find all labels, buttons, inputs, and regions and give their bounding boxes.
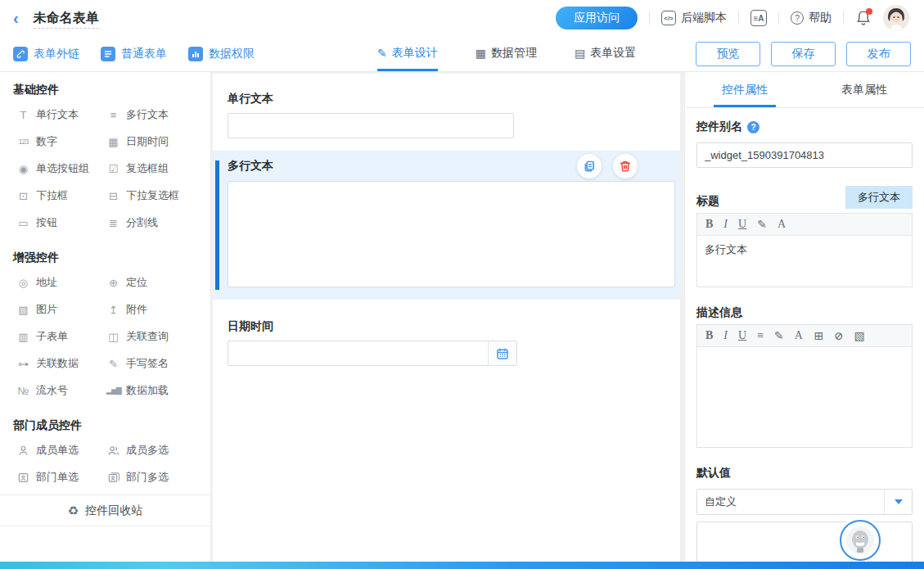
align-icon[interactable]: ≡ bbox=[757, 329, 764, 342]
back-icon[interactable]: ‹ bbox=[13, 10, 19, 26]
default-value-section-label: 默认值 bbox=[696, 466, 913, 481]
save-button[interactable]: 保存 bbox=[771, 42, 836, 66]
form-card: 单行文本 多行文本 bbox=[213, 74, 680, 562]
widget-select[interactable]: ⊡下拉框 bbox=[16, 188, 106, 203]
datetime-input-group bbox=[228, 341, 517, 366]
attachment-icon: ↥ bbox=[106, 304, 120, 316]
calendar-button[interactable] bbox=[488, 341, 516, 365]
assistant-robot-icon[interactable] bbox=[840, 520, 881, 561]
widget-number[interactable]: 123数字 bbox=[16, 134, 106, 149]
toolbar-item-data-permission[interactable]: 数据权限 bbox=[188, 47, 255, 61]
subform-icon: ▥ bbox=[16, 331, 30, 343]
field-multi-line-text-selected[interactable]: 多行文本 bbox=[213, 151, 680, 300]
publish-button[interactable]: 发布 bbox=[846, 42, 911, 66]
trash-icon bbox=[619, 160, 632, 173]
insert-image-icon[interactable]: ▧ bbox=[854, 329, 864, 343]
widget-serial-number[interactable]: №流水号 bbox=[16, 383, 106, 398]
separator bbox=[738, 11, 739, 25]
linked-data-icon: ⊶ bbox=[16, 358, 30, 370]
title-widget-chip[interactable]: 多行文本 bbox=[845, 186, 913, 209]
widget-recycle-bin[interactable]: ♻ 控件回收站 bbox=[0, 495, 210, 526]
tab-data-manage[interactable]: ▦ 数据管理 bbox=[476, 36, 537, 71]
widget-subform[interactable]: ▥子表单 bbox=[16, 329, 106, 344]
form-doc-icon bbox=[101, 47, 115, 61]
backend-script-button[interactable]: </> 后端脚本 bbox=[661, 11, 727, 25]
widget-divider[interactable]: ≣分割线 bbox=[106, 215, 210, 230]
datetime-input[interactable] bbox=[228, 341, 488, 365]
tab-form-design[interactable]: ✎ 表单设计 bbox=[377, 36, 438, 71]
widget-location[interactable]: ⊕定位 bbox=[106, 275, 210, 290]
copy-widget-button[interactable] bbox=[577, 154, 602, 178]
delete-widget-button[interactable] bbox=[613, 154, 638, 178]
multi-line-text-input[interactable] bbox=[228, 181, 675, 287]
font-color-icon[interactable]: A bbox=[778, 218, 786, 231]
button-icon: ▭ bbox=[16, 217, 30, 229]
tab-form-settings[interactable]: ▤ 表单设置 bbox=[575, 36, 636, 71]
font-color-icon[interactable]: A bbox=[795, 329, 803, 342]
widget-multi-line-text[interactable]: ≡多行文本 bbox=[106, 107, 210, 122]
default-value-select[interactable]: 自定义 bbox=[696, 489, 913, 515]
alias-help-icon[interactable]: ? bbox=[747, 121, 759, 133]
widget-datetime[interactable]: ▦日期时间 bbox=[106, 134, 210, 149]
datetime-icon: ▦ bbox=[106, 136, 120, 148]
basic-widgets-grid: T单行文本 ≡多行文本 123数字 ▦日期时间 ◉单选按钮组 ☑复选框组 ⊡下拉… bbox=[0, 106, 210, 240]
notification-dot bbox=[866, 8, 872, 15]
underline-icon[interactable]: U bbox=[738, 218, 746, 231]
toolbar-item-external-link[interactable]: 表单外链 bbox=[13, 47, 79, 61]
italic-icon[interactable]: I bbox=[723, 329, 728, 342]
bold-icon[interactable]: B bbox=[705, 218, 713, 231]
separator bbox=[778, 11, 779, 25]
widget-member-single[interactable]: 成员单选 bbox=[16, 443, 106, 458]
user-avatar[interactable] bbox=[883, 5, 909, 31]
widget-dept-multi[interactable]: 部门多选 bbox=[106, 470, 210, 485]
italic-icon[interactable]: I bbox=[723, 218, 728, 231]
widget-button[interactable]: ▭按钮 bbox=[16, 215, 106, 230]
widget-signature[interactable]: ✎手写签名 bbox=[106, 356, 210, 371]
notification-bell-icon[interactable] bbox=[855, 9, 872, 27]
widget-member-multi[interactable]: 成员多选 bbox=[106, 443, 210, 458]
underline-icon[interactable]: U bbox=[738, 329, 746, 342]
selected-widget-header: 多行文本 bbox=[228, 151, 675, 181]
default-value-input[interactable] bbox=[696, 522, 913, 562]
field-single-line-text[interactable]: 单行文本 bbox=[213, 88, 680, 138]
field-datetime[interactable]: 日期时间 bbox=[213, 316, 680, 366]
title-section-label: 标题 bbox=[696, 194, 719, 209]
widget-linked-data[interactable]: ⊶关联数据 bbox=[16, 356, 106, 371]
pen-icon[interactable]: ✎ bbox=[757, 218, 767, 232]
widget-address[interactable]: ◎地址 bbox=[16, 275, 106, 290]
widget-data-load[interactable]: ▂▅▇数据加载 bbox=[106, 383, 210, 398]
multi-line-text-icon: ≡ bbox=[106, 109, 120, 121]
single-line-text-input[interactable] bbox=[228, 113, 514, 138]
data-manage-icon: ▦ bbox=[476, 47, 486, 60]
contacts-icon[interactable]: ≡A bbox=[750, 10, 767, 26]
widget-attachment[interactable]: ↥附件 bbox=[106, 302, 210, 317]
unlink-icon[interactable]: ⊘ bbox=[834, 329, 844, 343]
title-editor-content[interactable]: 多行文本 bbox=[697, 236, 912, 287]
widget-single-line-text[interactable]: T单行文本 bbox=[16, 107, 106, 122]
form-title[interactable]: 未命名表单 bbox=[34, 11, 99, 29]
insert-field-icon[interactable]: ⊞ bbox=[814, 329, 823, 343]
alias-input[interactable] bbox=[696, 142, 913, 168]
widget-multi-select[interactable]: ⊟下拉复选框 bbox=[106, 188, 210, 203]
widget-linked-query[interactable]: ◫关联查询 bbox=[106, 329, 210, 344]
bold-icon[interactable]: B bbox=[705, 329, 713, 342]
checkbox-group-icon: ☑ bbox=[106, 163, 120, 175]
help-button[interactable]: ? 帮助 bbox=[791, 11, 832, 25]
widget-image[interactable]: ▧图片 bbox=[16, 302, 106, 317]
permission-chart-icon bbox=[188, 47, 203, 61]
tab-form-properties[interactable]: 表单属性 bbox=[805, 72, 924, 107]
app-access-button[interactable]: 应用访问 bbox=[556, 7, 638, 29]
widget-checkbox-group[interactable]: ☑复选框组 bbox=[106, 161, 210, 176]
radio-group-icon: ◉ bbox=[16, 163, 30, 175]
widget-dept-single[interactable]: 部门单选 bbox=[16, 470, 106, 485]
header-actions: 应用访问 </> 后端脚本 ≡A ? 帮助 bbox=[556, 5, 909, 31]
description-editor-content[interactable] bbox=[697, 347, 912, 447]
code-icon: </> bbox=[661, 11, 676, 25]
tab-widget-properties[interactable]: 控件属性 bbox=[685, 72, 805, 107]
widget-radio-group[interactable]: ◉单选按钮组 bbox=[16, 161, 106, 176]
toolbar-item-normal-form[interactable]: 普通表单 bbox=[101, 47, 167, 61]
location-icon: ⊕ bbox=[106, 277, 120, 289]
pen-icon[interactable]: ✎ bbox=[774, 329, 784, 343]
preview-button[interactable]: 预览 bbox=[696, 42, 760, 66]
panel-tabs: 控件属性 表单属性 bbox=[685, 72, 924, 108]
